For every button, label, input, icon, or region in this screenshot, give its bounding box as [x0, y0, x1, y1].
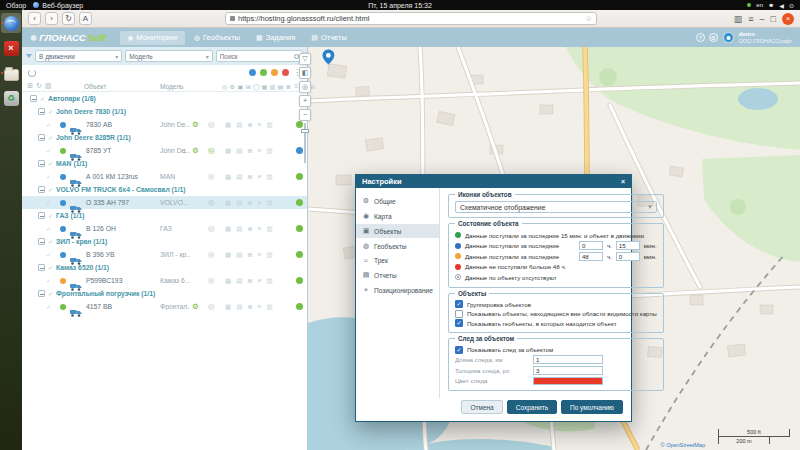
minutes-input[interactable]: [616, 252, 640, 261]
expander-icon[interactable]: [38, 134, 45, 141]
slider-handle[interactable]: [301, 129, 309, 133]
object-column-label[interactable]: Объект: [84, 83, 106, 90]
back-button[interactable]: ‹: [28, 12, 41, 25]
focused-app-menu[interactable]: Веб-браузер: [33, 2, 83, 9]
expander-icon[interactable]: [38, 290, 45, 297]
vehicle-row[interactable]: ✓О 335 АН 797VOLVO...◎▦▤≣≡▥: [22, 196, 307, 209]
focus-on-map-icon[interactable]: ◎: [208, 302, 215, 311]
group-row[interactable]: ✓John Deere 7830 (1/1): [22, 105, 307, 118]
dock-item-red-app[interactable]: [1, 38, 21, 58]
map-zoom-slider[interactable]: [299, 123, 311, 163]
header-tool-icon-2[interactable]: ▥: [45, 82, 52, 90]
nav-item-monitoring[interactable]: ◉Мониторинг: [120, 31, 185, 45]
expander-icon[interactable]: [38, 238, 45, 245]
reload-button[interactable]: ↻: [62, 12, 75, 25]
driver-column-icon[interactable]: ▥: [269, 83, 276, 90]
vehicle-row[interactable]: ✓А 001 КМ 123rusMAN◎▦▤≣≡▥: [22, 170, 307, 183]
group-row[interactable]: ✓MAN (1/1): [22, 157, 307, 170]
focus-on-map-icon[interactable]: ◎: [208, 250, 215, 259]
row-checkbox[interactable]: ✓: [46, 199, 51, 206]
vehicle-row[interactable]: ✓Р599ВС193Камаз 6...◎▦▤≣≡▥: [22, 274, 307, 287]
focus-on-map-icon[interactable]: ◎: [208, 172, 215, 181]
group-checkbox[interactable]: ✓: [48, 212, 53, 219]
vehicle-row[interactable]: ✓4157 ВВФронтал...⚙◎▦▤≣≡▥: [22, 300, 307, 313]
status-dot-idle[interactable]: [271, 69, 278, 76]
row-checkbox[interactable]: ✓: [46, 277, 51, 284]
vehicle-row[interactable]: ✓8785 УТJohn De...1⚙◎▦▤≣≡▥: [22, 144, 307, 157]
activities-button[interactable]: Обзор: [6, 2, 26, 9]
row-checkbox[interactable]: ✓: [46, 225, 51, 232]
fuel-column-icon[interactable]: ≣: [285, 83, 292, 90]
group-row[interactable]: ✓Фронтальный погрузчик (1/1): [22, 287, 307, 300]
maintenance-icon[interactable]: ⚙: [192, 302, 199, 311]
map-zoom-out-button[interactable]: −: [299, 109, 311, 121]
maintenance-icon[interactable]: ⚙: [192, 146, 199, 155]
trail-field-input[interactable]: [533, 355, 603, 364]
library-icon[interactable]: ▥: [734, 14, 743, 24]
settings-tab-positioning[interactable]: ⌖Позиционирование: [356, 283, 439, 297]
focus-on-map-icon[interactable]: ◎: [208, 224, 215, 233]
clock-column-icon[interactable]: ◯: [253, 83, 260, 90]
settings-tab-geoobjects[interactable]: ◍Геобъекты: [356, 239, 439, 253]
nav-item-tasks[interactable]: ▦Задания: [249, 31, 302, 45]
expander-icon[interactable]: [38, 212, 45, 219]
settings-tab-objects[interactable]: ▣Объекты: [356, 224, 439, 238]
focus-on-map-icon[interactable]: ◎: [208, 198, 215, 207]
bookmark-star-icon[interactable]: ☆: [585, 14, 592, 23]
row-checkbox[interactable]: ✓: [46, 173, 51, 180]
refresh-spinner-icon[interactable]: [28, 69, 36, 77]
minimize-button[interactable]: –: [760, 14, 765, 24]
volume-icon[interactable]: ◀: [779, 2, 784, 9]
hours-input[interactable]: [579, 241, 603, 250]
focus-on-map-icon[interactable]: ◎: [208, 146, 215, 155]
dock-item-browser[interactable]: [1, 13, 21, 33]
camera-column-icon[interactable]: ▣: [237, 83, 244, 90]
maximize-button[interactable]: □: [771, 14, 776, 24]
app-logo[interactable]: ❋ ГЛОНАССSoft: [30, 32, 106, 43]
url-text[interactable]: https://hosting.glonasssoft.ru/client.ht…: [238, 14, 369, 23]
settings-tab-general[interactable]: ⚙Общие: [356, 194, 439, 208]
nav-item-reports[interactable]: ▤Отчеты: [304, 31, 354, 45]
clock[interactable]: Пт, 15 апреля 15:32: [368, 2, 432, 9]
checkbox[interactable]: ✓: [455, 319, 463, 327]
power-icon[interactable]: ⊙: [789, 2, 794, 9]
header-tool-icon-0[interactable]: ⊞: [27, 82, 33, 90]
group-checkbox[interactable]: ✓: [48, 264, 53, 271]
minutes-input[interactable]: [616, 241, 640, 250]
status-dot-offline[interactable]: [282, 69, 289, 76]
group-checkbox[interactable]: ✓: [48, 108, 53, 115]
state-filter-select[interactable]: В движении ▾: [35, 50, 122, 62]
close-window-button[interactable]: ×: [782, 13, 794, 25]
settings-tab-track[interactable]: ≈Трек: [356, 254, 439, 267]
model-filter-select[interactable]: Модель ▾: [125, 50, 212, 62]
group-checkbox[interactable]: ✓: [48, 238, 53, 245]
map-layers-button[interactable]: ◧: [299, 67, 311, 79]
route-column-icon[interactable]: ⊞: [245, 83, 252, 90]
reader-mode-button[interactable]: А: [79, 12, 92, 25]
group-checkbox[interactable]: ✓: [48, 160, 53, 167]
group-row[interactable]: ✓Автопарк (1/8): [22, 92, 307, 105]
expander-icon[interactable]: [30, 95, 37, 102]
nav-item-geoobjects[interactable]: ◍Геобъекты: [187, 31, 247, 45]
status-dot-online[interactable]: [260, 69, 267, 76]
expander-icon[interactable]: [38, 108, 45, 115]
user-icon[interactable]: ☻: [768, 2, 774, 8]
group-row[interactable]: ✓John Deere 8285R (1/1): [22, 131, 307, 144]
expander-icon[interactable]: [38, 264, 45, 271]
group-checkbox[interactable]: ✓: [48, 134, 53, 141]
trail-field-input[interactable]: [533, 366, 603, 375]
row-checkbox[interactable]: ✓: [46, 303, 51, 310]
vehicle-row[interactable]: ✓В 126 ОНГАЗ◎▦▤≣≡▥: [22, 222, 307, 235]
maintenance-icon[interactable]: ⚙: [192, 120, 199, 129]
vehicle-row[interactable]: ✓7830 АВJohn De...⚙◎▦▤≣≡▥: [22, 118, 307, 131]
checkbox[interactable]: ✓: [455, 300, 463, 308]
icon-style-select[interactable]: Схематичное отображение ▾: [455, 201, 657, 213]
maintenance-column-icon[interactable]: ⚙: [229, 83, 236, 90]
trail-color-swatch[interactable]: [533, 377, 603, 385]
menu-icon[interactable]: ≡: [748, 14, 753, 24]
dock-item-software[interactable]: [1, 88, 21, 108]
group-checkbox[interactable]: ✓: [48, 186, 53, 193]
url-bar[interactable]: https://hosting.glonasssoft.ru/client.ht…: [225, 12, 597, 25]
counter-column-icon[interactable]: ▦: [261, 83, 268, 90]
header-tool-icon-1[interactable]: ↻: [36, 82, 42, 90]
